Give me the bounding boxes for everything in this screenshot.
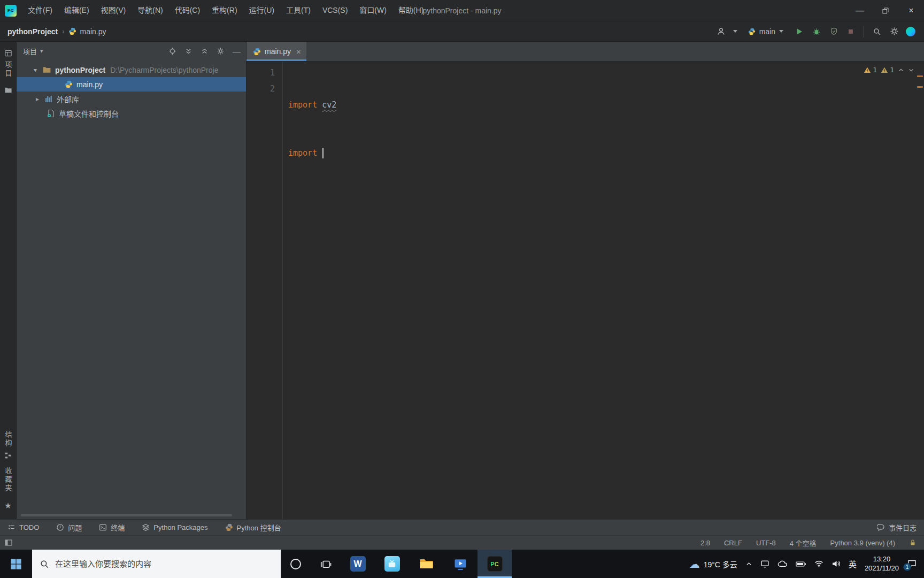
start-button[interactable] bbox=[0, 550, 32, 578]
breadcrumb-project[interactable]: pythonProject bbox=[7, 27, 58, 36]
restore-button[interactable] bbox=[873, 0, 898, 21]
wifi-icon[interactable] bbox=[814, 559, 823, 568]
menu-run[interactable]: 运行(U) bbox=[243, 0, 280, 21]
run-configuration-selector[interactable]: main bbox=[744, 26, 788, 37]
project-tool-button[interactable]: 项目 bbox=[3, 47, 13, 84]
coverage-button[interactable] bbox=[828, 26, 839, 37]
toolwindow-label: 问题 bbox=[68, 522, 82, 533]
tree-item-label: 草稿文件和控制台 bbox=[59, 108, 119, 119]
tree-item-main-py[interactable]: main.py bbox=[17, 77, 246, 92]
battery-icon[interactable] bbox=[796, 561, 806, 567]
toolwindow-terminal[interactable]: 终端 bbox=[99, 522, 125, 533]
search-everywhere-icon[interactable] bbox=[872, 26, 882, 37]
project-strip-label: 项目 bbox=[3, 61, 13, 78]
tray-expand-icon[interactable] bbox=[745, 560, 752, 567]
keyword-token: import bbox=[288, 148, 317, 158]
file-encoding[interactable]: UTF-8 bbox=[756, 539, 776, 547]
expand-all-icon[interactable] bbox=[184, 47, 192, 55]
hide-panel-icon[interactable]: — bbox=[233, 47, 241, 56]
structure-tool-button[interactable]: 结构 bbox=[3, 425, 13, 461]
cortana-button[interactable] bbox=[281, 550, 311, 578]
taskbar-media-app[interactable] bbox=[375, 550, 409, 578]
taskbar-file-explorer[interactable] bbox=[409, 550, 443, 578]
tool-window-bar: TODO 问题 终端 Python Packages Python 控制台 事件… bbox=[0, 519, 924, 535]
error-stripe-mark[interactable] bbox=[917, 75, 923, 77]
prev-problem-icon[interactable] bbox=[898, 67, 904, 73]
project-view-dropdown-icon[interactable]: ▾ bbox=[40, 48, 43, 55]
panel-settings-icon[interactable] bbox=[217, 47, 225, 55]
tab-close-icon[interactable]: × bbox=[296, 47, 301, 56]
settings-gear-icon[interactable] bbox=[889, 26, 899, 37]
tree-item-scratches[interactable]: 草稿文件和控制台 bbox=[17, 106, 246, 120]
taskbar-search[interactable] bbox=[32, 550, 281, 578]
user-icon[interactable] bbox=[716, 26, 727, 37]
menu-view[interactable]: 视图(V) bbox=[95, 0, 132, 21]
indent-style[interactable]: 4 个空格 bbox=[790, 538, 817, 548]
toolwindow-event-log[interactable]: 事件日志 bbox=[877, 522, 917, 533]
run-button[interactable] bbox=[794, 26, 805, 37]
caret-position[interactable]: 2:8 bbox=[700, 539, 710, 547]
user-dropdown-icon[interactable] bbox=[733, 30, 737, 33]
weak-warning-indicator[interactable]: 1 bbox=[881, 66, 894, 74]
clock-widget[interactable]: 13:20 2021/11/20 bbox=[865, 555, 899, 573]
folder-tool-button[interactable] bbox=[4, 84, 12, 96]
inspections-widget[interactable]: 1 1 bbox=[864, 66, 914, 74]
menu-refactor[interactable]: 重构(R) bbox=[206, 0, 243, 21]
toolwindow-python-console[interactable]: Python 控制台 bbox=[225, 522, 281, 533]
avatar-icon[interactable] bbox=[906, 27, 915, 36]
debug-button[interactable] bbox=[811, 26, 822, 37]
code-line-2: import bbox=[288, 145, 924, 161]
toolwindow-switcher-icon[interactable] bbox=[4, 538, 13, 547]
folder-icon bbox=[42, 65, 51, 74]
monitor-icon[interactable] bbox=[760, 559, 769, 568]
locate-file-icon[interactable] bbox=[168, 47, 176, 55]
favorites-tool-button[interactable]: 收藏夹 ★ bbox=[3, 461, 13, 513]
menu-window[interactable]: 窗口(W) bbox=[353, 0, 392, 21]
error-stripe-mark[interactable] bbox=[917, 86, 923, 88]
navigation-bar: pythonProject › main.py main bbox=[0, 21, 924, 42]
menu-vcs[interactable]: VCS(S) bbox=[317, 0, 353, 21]
menu-edit[interactable]: 编辑(E) bbox=[58, 0, 95, 21]
module-token: cv2 bbox=[322, 100, 336, 110]
chevron-right-icon[interactable]: ▸ bbox=[33, 95, 42, 103]
tree-item-project-root[interactable]: ▾ pythonProject D:\PycharmProjects\pytho… bbox=[17, 63, 246, 77]
toolwindow-todo[interactable]: TODO bbox=[7, 523, 39, 531]
horizontal-scrollbar[interactable] bbox=[21, 514, 232, 516]
warning-indicator[interactable]: 1 bbox=[864, 66, 877, 74]
chevron-down-icon[interactable]: ▾ bbox=[30, 66, 40, 74]
taskbar-pycharm[interactable]: PC bbox=[478, 550, 512, 578]
menu-code[interactable]: 代码(C) bbox=[169, 0, 206, 21]
onedrive-cloud-icon[interactable] bbox=[777, 560, 788, 567]
line-separator[interactable]: CRLF bbox=[724, 539, 742, 547]
taskbar-movies-tv[interactable] bbox=[443, 550, 478, 578]
tree-item-external-libraries[interactable]: ▸ 外部库 bbox=[17, 92, 246, 106]
stop-button[interactable] bbox=[845, 26, 856, 37]
menu-navigate[interactable]: 导航(N) bbox=[132, 0, 168, 21]
editor-surface[interactable]: 1 2 import cv2 import 1 1 bbox=[247, 62, 924, 519]
input-language-indicator[interactable]: 英 bbox=[849, 558, 857, 569]
toolwindow-problems[interactable]: 问题 bbox=[56, 522, 82, 533]
python-interpreter[interactable]: Python 3.9 (venv) (4) bbox=[830, 539, 895, 547]
project-view-selector[interactable]: 项目 bbox=[23, 46, 37, 56]
taskbar-word[interactable]: W bbox=[341, 550, 375, 578]
minimize-button[interactable]: — bbox=[847, 0, 873, 21]
menu-file[interactable]: 文件(F) bbox=[22, 0, 58, 21]
volume-icon[interactable] bbox=[831, 559, 841, 568]
code-content: import cv2 import bbox=[283, 62, 924, 519]
tab-main-py[interactable]: main.py × bbox=[247, 42, 306, 61]
menubar: 文件(F) 编辑(E) 视图(V) 导航(N) 代码(C) 重构(R) 运行(U… bbox=[22, 0, 429, 21]
tree-item-path: D:\PycharmProjects\pythonProje bbox=[110, 66, 218, 74]
collapse-all-icon[interactable] bbox=[201, 47, 209, 55]
toolwindow-python-packages[interactable]: Python Packages bbox=[142, 523, 207, 531]
editor-gutter[interactable]: 1 2 bbox=[247, 62, 283, 519]
lock-icon[interactable] bbox=[909, 539, 917, 546]
task-view-button[interactable] bbox=[311, 550, 341, 578]
breadcrumb-file[interactable]: main.py bbox=[68, 27, 106, 36]
search-input[interactable] bbox=[55, 559, 273, 568]
weather-widget[interactable]: ☁ 19°C 多云 bbox=[689, 558, 737, 571]
next-problem-icon[interactable] bbox=[908, 67, 914, 73]
action-center-button[interactable]: 1 bbox=[907, 559, 917, 569]
menu-tools[interactable]: 工具(T) bbox=[280, 0, 317, 21]
close-button[interactable]: × bbox=[898, 0, 924, 21]
left-strip-bottom: 结构 收藏夹 ★ bbox=[3, 425, 13, 513]
